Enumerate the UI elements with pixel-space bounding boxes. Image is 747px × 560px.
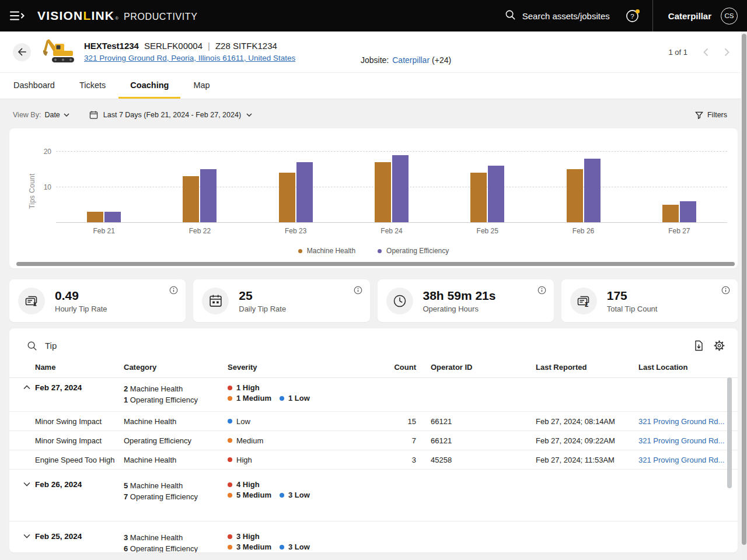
date-range-value: Last 7 Days (Feb 21, 2024 - Feb 27, 2024… — [103, 111, 241, 119]
chevron-up-icon[interactable] — [19, 383, 35, 390]
avatar[interactable]: CS — [721, 8, 738, 24]
bar-machine-health[interactable] — [183, 176, 199, 222]
search-icon — [505, 9, 516, 23]
tip-last-reported: Feb 27, 2024; 08:14AM — [536, 417, 638, 426]
bar-operating-efficiency[interactable] — [296, 162, 313, 222]
top-navigation-bar: VISIONLINK ® PRODUCTIVITY Search assets/… — [0, 0, 747, 32]
view-by-label: View By: — [13, 111, 41, 119]
table-toolbar: Tip — [9, 328, 738, 358]
column-header-operator-id[interactable]: Operator ID — [431, 363, 536, 372]
bar-machine-health[interactable] — [375, 162, 391, 222]
logo-product-name: PRODUCTIVITY — [124, 12, 197, 22]
tab-dashboard[interactable]: Dashboard — [2, 73, 67, 99]
date-range-dropdown[interactable]: Last 7 Days (Feb 21, 2024 - Feb 27, 2024… — [89, 110, 252, 120]
help-icon[interactable]: ? — [625, 8, 641, 23]
column-header-count[interactable]: Count — [391, 363, 431, 372]
group-category-summary: 2 Machine Health1 Operating Efficiency — [124, 383, 228, 405]
kpi-text: 0.49Hourly Tip Rate — [55, 289, 107, 313]
legend-label: Machine Health — [307, 247, 355, 255]
info-icon[interactable] — [537, 286, 546, 295]
column-header-last-location[interactable]: Last Location — [638, 363, 738, 372]
chart-bar-group-feb-21: Feb 21 — [87, 145, 121, 222]
info-icon[interactable] — [169, 286, 178, 295]
tip-last-location-link[interactable]: 321 Proving Ground Rd... — [638, 417, 724, 426]
category-summary-line: 6 Operating Efficiency — [124, 543, 228, 552]
legend-item-operating-efficiency[interactable]: Operating Efficiency — [378, 247, 449, 255]
info-icon[interactable] — [721, 286, 730, 295]
table-actions — [694, 340, 725, 351]
info-icon[interactable] — [354, 286, 362, 295]
page-scrollbar-thumb[interactable] — [742, 34, 746, 545]
severity-line: 4 High — [228, 480, 391, 489]
page: VISIONLINK ® PRODUCTIVITY Search assets/… — [0, 0, 747, 560]
settings-gear-icon[interactable] — [714, 340, 725, 351]
tip-count: 15 — [391, 417, 431, 426]
bar-operating-efficiency[interactable] — [104, 212, 121, 222]
severity-text: Low — [236, 417, 250, 426]
bar-operating-efficiency[interactable] — [200, 169, 217, 222]
daily-tip-rate-icon — [202, 288, 229, 314]
group-category-summary: 3 Machine Health6 Operating Efficiency — [124, 532, 228, 552]
back-button[interactable] — [13, 43, 31, 61]
pager-next-icon[interactable] — [724, 48, 729, 57]
chart-x-tick-label: Feb 23 — [285, 227, 306, 235]
calendar-icon — [89, 110, 98, 120]
legend-item-machine-health[interactable]: Machine Health — [298, 247, 355, 255]
column-header-last-reported[interactable]: Last Reported — [536, 363, 638, 372]
tip-row[interactable]: Minor Swing ImpactMachine HealthLow15661… — [9, 412, 738, 431]
view-by-dropdown[interactable]: Date — [44, 111, 69, 119]
bar-machine-health[interactable] — [567, 169, 583, 222]
group-row-feb-26-2024[interactable]: Feb 26, 20245 Machine Health7 Operating … — [9, 470, 738, 522]
tab-coaching[interactable]: Coaching — [118, 73, 180, 99]
column-header-name[interactable]: Name — [35, 363, 124, 372]
logo-registered-mark: ® — [115, 16, 118, 21]
tab-tickets[interactable]: Tickets — [68, 73, 117, 99]
tip-last-location-link[interactable]: 321 Proving Ground Rd... — [638, 436, 724, 445]
visionlink-logo: VISIONLINK ® PRODUCTIVITY — [37, 9, 197, 23]
hourly-tip-rate-icon — [18, 288, 45, 314]
column-header-category[interactable]: Category — [124, 363, 228, 372]
pager-previous-icon[interactable] — [703, 48, 708, 57]
legend-label: Operating Efficiency — [386, 247, 449, 255]
tab-map[interactable]: Map — [181, 73, 221, 99]
bar-operating-efficiency[interactable] — [488, 166, 504, 222]
chart-scrollbar-thumb[interactable] — [16, 262, 735, 266]
column-header-severity[interactable]: Severity — [228, 363, 391, 372]
tip-category: Machine Health — [124, 417, 228, 426]
bar-machine-health[interactable] — [87, 212, 103, 222]
asset-address-link[interactable]: 321 Proving Ground Rd, Peoria, Illinois … — [84, 54, 295, 62]
bar-machine-health[interactable] — [470, 173, 487, 222]
severity-line: 1 High — [228, 383, 391, 392]
table-search[interactable]: Tip — [27, 341, 57, 351]
group-row-feb-25-2024[interactable]: Feb 25, 20243 Machine Health6 Operating … — [9, 522, 738, 552]
jobsite-link[interactable]: Caterpillar — [392, 55, 430, 65]
asset-name: HEXTest1234 — [84, 41, 139, 51]
table-vertical-scrollbar-thumb[interactable] — [727, 377, 732, 488]
kpi-card-operating-hours: 38h 59m 21sOperating Hours — [378, 279, 554, 322]
chevron-down-icon[interactable] — [19, 532, 35, 538]
chart-horizontal-scrollbar[interactable] — [16, 262, 735, 266]
page-scrollbar[interactable] — [741, 32, 747, 560]
bar-machine-health[interactable] — [662, 205, 679, 222]
hamburger-menu-icon[interactable] — [9, 10, 26, 22]
asset-header: HEXTest1234 SERLFK00004 | Z28 SITFK1234 … — [0, 32, 747, 73]
search-assets-jobsites[interactable]: Search assets/jobsites — [505, 9, 610, 23]
operating-hours-icon — [386, 288, 413, 314]
chevron-down-icon[interactable] — [19, 480, 35, 487]
group-row-feb-27-2024[interactable]: Feb 27, 20242 Machine Health1 Operating … — [9, 378, 738, 412]
bar-machine-health[interactable] — [279, 173, 295, 222]
asset-pager: 1 of 1 — [668, 48, 729, 57]
bar-operating-efficiency[interactable] — [680, 201, 696, 222]
view-by-value: Date — [44, 111, 60, 119]
filters-button[interactable]: Filters — [695, 111, 734, 120]
tip-row[interactable]: Engine Speed Too HighMachine HealthHigh3… — [9, 450, 738, 470]
asset-info: HEXTest1234 SERLFK00004 | Z28 SITFK1234 … — [84, 41, 295, 63]
tip-row[interactable]: Minor Swing ImpactOperating EfficiencyMe… — [9, 431, 738, 450]
tip-category: Machine Health — [124, 456, 228, 464]
account-name[interactable]: Caterpillar — [668, 11, 711, 21]
export-icon[interactable] — [694, 340, 704, 351]
bar-operating-efficiency[interactable] — [392, 155, 409, 222]
bar-operating-efficiency[interactable] — [584, 159, 601, 222]
tip-last-location-link[interactable]: 321 Proving Ground Rd... — [638, 456, 724, 464]
severity-dot-medium — [228, 493, 232, 498]
